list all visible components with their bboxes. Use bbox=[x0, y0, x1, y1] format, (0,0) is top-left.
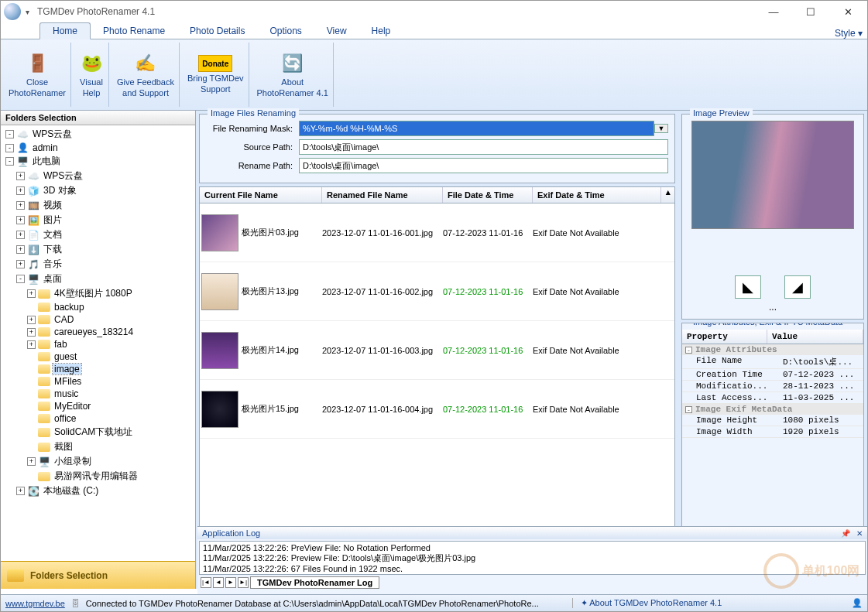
tree-item[interactable]: +🖥️小组录制 bbox=[2, 454, 194, 469]
meta-category[interactable]: -Image Attributes bbox=[682, 344, 863, 355]
preview-more[interactable]: ... bbox=[769, 302, 777, 313]
folder-icon bbox=[38, 413, 50, 424]
close-photorenamer-button[interactable]: 🚪 ClosePhotoRenamer bbox=[4, 43, 71, 107]
table-row[interactable]: 极光图片03.jpg 2023-12-07 11-01-16-001.jpg 0… bbox=[200, 203, 674, 262]
folder-icon bbox=[38, 427, 50, 438]
cloud-icon: ☁️ bbox=[16, 129, 29, 140]
meta-category[interactable]: -Image Exif MetaData bbox=[682, 404, 863, 415]
renaming-fieldset: Image Files Renaming File Renaming Mask:… bbox=[199, 114, 675, 183]
tree-item[interactable]: MFiles bbox=[2, 375, 194, 388]
tree-item[interactable]: +fab bbox=[2, 338, 194, 350]
rotate-left-button[interactable]: ◣ bbox=[735, 275, 761, 299]
tree-item[interactable]: +💽本地磁盘 (C:) bbox=[2, 484, 194, 498]
tree-item[interactable]: guest bbox=[2, 350, 194, 363]
table-row[interactable]: 极光图片15.jpg 2023-12-07 11-01-16-004.jpg 0… bbox=[200, 380, 674, 439]
feedback-button[interactable]: ✍️ Give Feedbackand Support bbox=[112, 43, 180, 107]
rename-input[interactable] bbox=[299, 158, 668, 173]
log-next-icon[interactable]: ► bbox=[225, 577, 236, 588]
tree-item[interactable]: +CAD bbox=[2, 313, 194, 326]
table-row[interactable]: 极光图片13.jpg 2023-12-07 11-01-16-002.jpg 0… bbox=[200, 262, 674, 321]
app-log-body[interactable]: 11/Mar/2025 13:22:26: PreView File: No R… bbox=[199, 541, 866, 575]
meta-body[interactable]: -Image AttributesFile NameD:\tools\桌...C… bbox=[682, 344, 863, 438]
meta-col-value[interactable]: Value bbox=[767, 330, 863, 344]
tree-item[interactable]: +🖼️图片 bbox=[2, 213, 194, 227]
rotate-right-button[interactable]: ◢ bbox=[784, 275, 811, 299]
col-exifdate[interactable]: Exif Date & Time bbox=[533, 187, 661, 203]
log-tab-bar: |◄ ◄ ► ►| TGMDev PhotoRenamer Log bbox=[197, 576, 867, 589]
log-first-icon[interactable]: |◄ bbox=[201, 577, 211, 588]
tab-photo-rename[interactable]: Photo Rename bbox=[91, 23, 177, 39]
donate-button[interactable]: Donate Bring TGMDevSupport bbox=[183, 43, 249, 107]
log-tab[interactable]: TGMDev PhotoRenamer Log bbox=[250, 576, 379, 589]
scroll-up-icon[interactable]: ▴ bbox=[661, 187, 674, 203]
tree-item[interactable]: music bbox=[2, 388, 194, 400]
about-button[interactable]: 🔄 AboutPhotoRenamer 4.1 bbox=[252, 43, 334, 107]
col-current[interactable]: Current File Name bbox=[200, 187, 322, 203]
tree-item[interactable]: 截图 bbox=[2, 439, 194, 454]
grid-header[interactable]: Current File Name Renamed File Name File… bbox=[200, 187, 674, 203]
ribbon: 🚪 ClosePhotoRenamer 🐸 VisualHelp ✍️ Give… bbox=[1, 39, 867, 111]
tab-home[interactable]: Home bbox=[39, 22, 91, 39]
table-row[interactable]: 极光图片14.jpg 2023-12-07 11-01-16-003.jpg 0… bbox=[200, 321, 674, 380]
meta-row[interactable]: Creation Time07-12-2023 ... bbox=[682, 369, 863, 381]
tab-view[interactable]: View bbox=[314, 23, 359, 39]
qat-dropdown-icon[interactable]: ▾ bbox=[26, 8, 29, 16]
meta-row[interactable]: Modificatio...28-11-2023 ... bbox=[682, 381, 863, 392]
desk-icon: 🖥️ bbox=[27, 274, 39, 285]
meta-row[interactable]: Last Access...11-03-2025 ... bbox=[682, 392, 863, 404]
close-button[interactable]: ✕ bbox=[836, 6, 859, 18]
meta-row[interactable]: File NameD:\tools\桌... bbox=[682, 355, 863, 369]
source-input[interactable] bbox=[299, 139, 668, 155]
tree-item[interactable]: +☁️WPS云盘 bbox=[2, 169, 194, 183]
meta-row[interactable]: Image Height1080 pixels bbox=[682, 415, 863, 426]
tree-item[interactable]: 易游网讯专用编辑器 bbox=[2, 469, 194, 484]
folders-footer-button[interactable]: Folders Selection bbox=[1, 561, 195, 589]
log-last-icon[interactable]: ►| bbox=[238, 577, 249, 588]
status-bar: www.tgmdev.be 🗄 Connected to TGMDev Phot… bbox=[1, 594, 867, 611]
mask-input[interactable] bbox=[299, 121, 654, 136]
tree-item[interactable]: +📄文档 bbox=[2, 227, 194, 242]
maximize-button[interactable]: ☐ bbox=[799, 6, 822, 18]
tree-item[interactable]: -☁️WPS云盘 bbox=[2, 127, 194, 142]
log-prev-icon[interactable]: ◄ bbox=[213, 577, 224, 588]
tab-options[interactable]: Options bbox=[257, 23, 314, 39]
tab-photo-details[interactable]: Photo Details bbox=[177, 23, 257, 39]
log-close-icon[interactable]: ✕ bbox=[856, 529, 863, 538]
tree-item[interactable]: +4K壁纸图片 1080P bbox=[2, 286, 194, 301]
tree-item[interactable]: +🎵音乐 bbox=[2, 257, 194, 272]
visual-help-button[interactable]: 🐸 VisualHelp bbox=[74, 43, 109, 107]
folder-icon bbox=[38, 314, 50, 325]
app-orb-icon[interactable] bbox=[4, 3, 21, 20]
tree-item[interactable]: -🖥️桌面 bbox=[2, 272, 194, 286]
doc-icon: 📄 bbox=[27, 230, 39, 241]
tree-item[interactable]: office bbox=[2, 412, 194, 425]
mask-dropdown-icon[interactable]: ▼ bbox=[654, 124, 668, 133]
tree-item[interactable]: +🧊3D 对象 bbox=[2, 183, 194, 198]
minimize-button[interactable]: — bbox=[762, 6, 785, 18]
col-filedate[interactable]: File Date & Time bbox=[443, 187, 533, 203]
grid-body[interactable]: 极光图片03.jpg 2023-12-07 11-01-16-001.jpg 0… bbox=[200, 203, 674, 556]
tree-item[interactable]: +🎞️视频 bbox=[2, 198, 194, 213]
tree-item[interactable]: backup bbox=[2, 301, 194, 313]
mask-label: File Renaming Mask: bbox=[206, 124, 299, 133]
preview-box: Image Preview ◣ ◢ ... bbox=[681, 114, 864, 320]
website-link[interactable]: www.tgmdev.be bbox=[5, 599, 65, 608]
tree-item[interactable]: -🖥️此电脑 bbox=[2, 154, 194, 169]
tree-item[interactable]: +careueyes_183214 bbox=[2, 326, 194, 338]
tab-help[interactable]: Help bbox=[359, 23, 403, 39]
meta-col-property[interactable]: Property bbox=[682, 330, 767, 344]
tree-item[interactable]: image bbox=[2, 363, 194, 375]
cube-icon: 🧊 bbox=[27, 186, 39, 197]
folder-icon bbox=[38, 364, 50, 374]
tree-item[interactable]: SolidCAM下载地址 bbox=[2, 425, 194, 439]
meta-row[interactable]: Image Width1920 pixels bbox=[682, 426, 863, 438]
about-status[interactable]: ✦ About TGMDev PhotoRenamer 4.1 bbox=[572, 598, 722, 608]
col-renamed[interactable]: Renamed File Name bbox=[322, 187, 443, 203]
tree-item[interactable]: MyEditor bbox=[2, 400, 194, 412]
tree-item[interactable]: -👤admin bbox=[2, 142, 194, 154]
style-dropdown[interactable]: Style ▾ bbox=[835, 28, 863, 39]
pin-icon[interactable]: 📌 bbox=[841, 529, 850, 538]
folder-tree[interactable]: -☁️WPS云盘-👤admin-🖥️此电脑+☁️WPS云盘+🧊3D 对象+🎞️视… bbox=[1, 125, 195, 561]
window-title: TGMDev PhotoRenamer 4.1 bbox=[37, 6, 155, 17]
tree-item[interactable]: +⬇️下载 bbox=[2, 242, 194, 257]
